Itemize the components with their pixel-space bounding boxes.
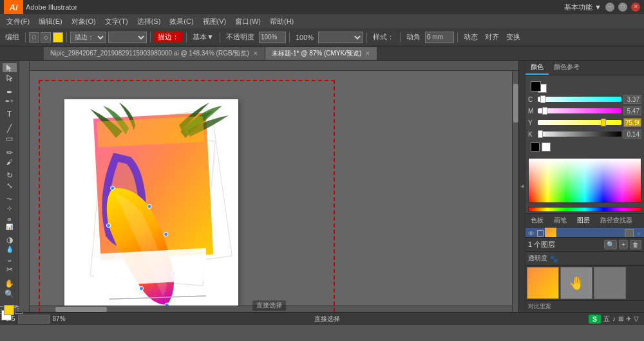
brush-tool[interactable]: 🖌 — [3, 159, 17, 166]
toolbar-stroke-select[interactable]: 描边： — [70, 32, 106, 43]
close-button[interactable]: ✕ — [631, 3, 640, 12]
toolbar-sep-1 — [25, 32, 26, 43]
toolbar-diamond-icon[interactable]: ◇ — [41, 32, 51, 43]
free-transform-tool[interactable]: ⊹ — [3, 205, 17, 211]
search-layers-button[interactable]: 🔍 — [604, 240, 617, 249]
color-preview-fg[interactable] — [531, 81, 541, 92]
menu-help[interactable]: 帮助(H) — [266, 15, 298, 28]
text-tool[interactable]: T — [3, 110, 17, 119]
c-slider-track[interactable] — [538, 97, 621, 102]
thumb-1[interactable] — [527, 267, 559, 299]
panel-collapse-button[interactable]: ◀ — [518, 61, 525, 312]
menu-file[interactable]: 文件(F) — [3, 15, 33, 28]
thumb-2[interactable]: 🤚 — [560, 267, 592, 299]
m-value-input[interactable]: 5.47 — [623, 106, 641, 115]
toolbar-style-label: 100% — [293, 32, 316, 43]
k-value-input[interactable]: 0.14 — [623, 130, 641, 139]
menu-window[interactable]: 窗口(W) — [231, 15, 265, 28]
layers-panel-tabs: 色板 画笔 图层 路径查找器 — [526, 213, 644, 228]
toolbar-fill-select[interactable] — [108, 32, 147, 43]
tab1-close[interactable]: ✕ — [253, 50, 258, 57]
y-value-input[interactable]: 75.96 — [623, 118, 641, 127]
toolbar-more-label[interactable]: 变换 — [504, 31, 523, 43]
menu-type[interactable]: 文字(T) — [101, 15, 132, 28]
gradient-tool[interactable]: ◑ — [3, 235, 17, 244]
toolbar-transform-label[interactable]: 对齐 — [482, 31, 502, 43]
graph-tool[interactable]: 📊 — [3, 224, 17, 230]
y-label: Y — [528, 119, 536, 126]
layer-arrow-1[interactable] — [537, 230, 544, 237]
line-tool[interactable]: ╱ — [3, 124, 17, 133]
color-reference-tab[interactable]: 颜色参考 — [549, 61, 585, 75]
k-slider-thumb[interactable] — [538, 130, 543, 138]
toolbar-angle-input[interactable] — [425, 32, 454, 43]
color-sliders-panel: C 3.37 M 5.47 Y 75.96 — [526, 75, 644, 155]
add-layer-button[interactable]: + — [619, 240, 628, 249]
foreground-color-swatch[interactable] — [4, 305, 14, 315]
warp-tool[interactable]: 〜 — [3, 195, 17, 204]
artwork-canvas[interactable] — [39, 80, 335, 312]
menu-bar: 文件(F) 编辑(E) 对象(O) 文字(T) 选择(S) 效果(C) 视图(V… — [0, 14, 644, 28]
white-swatch[interactable] — [542, 142, 551, 151]
h-scroll-thumb[interactable] — [55, 307, 107, 312]
c-value-input[interactable]: 3.37 — [623, 95, 641, 104]
toolbar-opacity-input[interactable] — [259, 32, 286, 43]
symbol-tool[interactable]: ⊛ — [3, 217, 17, 222]
maximize-button[interactable]: □ — [618, 3, 627, 12]
toolbar-basic-label: 基本▼ — [190, 31, 216, 43]
menu-view[interactable]: 视图(V) — [199, 15, 231, 28]
toolbar-color-swatch[interactable] — [53, 32, 63, 43]
toolbar-stroke-color[interactable]: 描边： — [154, 32, 183, 43]
tab2-close[interactable]: ✕ — [365, 50, 370, 57]
menu-object[interactable]: 对象(O) — [68, 15, 100, 28]
c-slider-thumb[interactable] — [540, 95, 545, 103]
k-slider-track[interactable] — [538, 132, 621, 137]
toolbar-sep-5 — [220, 32, 220, 43]
m-slider-thumb[interactable] — [542, 107, 547, 115]
blend-tool[interactable]: ∞ — [3, 258, 17, 264]
hand-tool[interactable]: ✋ — [3, 279, 17, 288]
toolbar-align-label[interactable]: 动态 — [461, 31, 480, 43]
layer-row-1[interactable]: 👁 ○ — [526, 228, 644, 237]
brushes-tab[interactable]: 画笔 — [549, 214, 572, 227]
toolbar-shape-icon[interactable]: □ — [29, 32, 39, 43]
add-anchor-tool[interactable]: ✒+ — [3, 98, 17, 104]
toolbar-dynamic-label[interactable]: 样式： — [370, 31, 397, 43]
color-tab[interactable]: 颜色 — [526, 61, 549, 75]
tab-file2[interactable]: 未标题-1* @ 87% (CMYK/预览) ✕ — [265, 47, 378, 60]
pathfinder-tab[interactable]: 路径查找器 — [595, 214, 638, 227]
direct-select-tool[interactable] — [3, 73, 17, 83]
minimize-button[interactable]: ─ — [605, 3, 614, 12]
eyedropper-tool[interactable]: 💧 — [3, 246, 17, 253]
vertical-scrollbar[interactable] — [512, 71, 518, 312]
pen-tool[interactable]: ✒ — [3, 88, 17, 97]
pencil-tool[interactable]: ✏ — [3, 148, 17, 157]
swap-colors-icon[interactable]: ⇄ — [14, 304, 18, 309]
delete-layer-button[interactable]: 🗑 — [630, 240, 641, 249]
eye-icon-1[interactable]: 👁 — [527, 229, 536, 237]
m-slider-track[interactable] — [538, 108, 621, 113]
layer-lock-1[interactable]: ○ — [635, 229, 643, 237]
menu-select[interactable]: 选择(S) — [133, 15, 165, 28]
color-spectrum[interactable] — [528, 158, 641, 203]
select-tool[interactable] — [3, 63, 17, 72]
scissors-tool[interactable]: ✂ — [3, 265, 17, 274]
polaroid-bottom — [93, 248, 207, 286]
toolbar-style-select[interactable] — [318, 32, 363, 43]
y-slider-thumb[interactable] — [601, 119, 606, 126]
shape-tool[interactable]: ▭ — [3, 134, 17, 143]
thumb-3[interactable] — [594, 267, 626, 299]
y-slider-track[interactable] — [538, 120, 621, 125]
black-swatch[interactable] — [531, 142, 540, 151]
layers-tab[interactable]: 图层 — [572, 214, 595, 227]
menu-edit[interactable]: 编辑(E) — [35, 15, 66, 28]
scale-tool[interactable]: ⤡ — [3, 181, 17, 190]
v-scroll-thumb[interactable] — [513, 84, 518, 122]
zoom-tool[interactable]: 🔍 — [3, 289, 17, 298]
tab-file1[interactable]: Nipic_29842067_20190829115903980000.ai @… — [44, 47, 265, 60]
menu-effect[interactable]: 效果(C) — [166, 15, 197, 28]
window-controls: 基本功能 ▼ ─ □ ✕ — [564, 3, 640, 12]
swatches-tab[interactable]: 色板 — [526, 214, 549, 227]
hue-bar[interactable] — [528, 207, 641, 212]
rotate-tool[interactable]: ↻ — [3, 171, 17, 180]
